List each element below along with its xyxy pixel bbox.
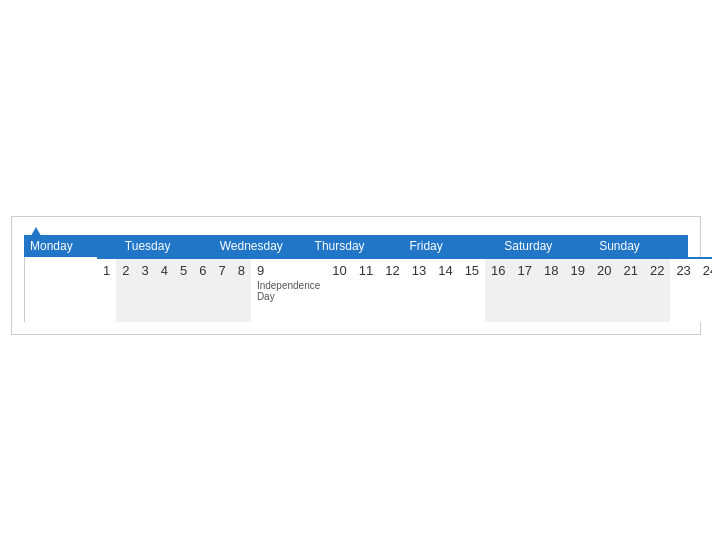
day-number: 17 (518, 263, 532, 278)
day-number: 20 (597, 263, 611, 278)
day-number: 13 (412, 263, 426, 278)
day-number: 9 (257, 263, 320, 278)
day-cell: 11 (353, 257, 379, 322)
day-event: Independence Day (257, 280, 320, 302)
calendar: MondayTuesdayWednesdayThursdayFridaySatu… (11, 216, 701, 335)
week-row-4: 16171819202122 (485, 257, 670, 322)
week-row-3: 9Independence Day101112131415 (251, 257, 485, 322)
logo (24, 227, 44, 241)
day-cell: 3 (135, 257, 154, 322)
day-cell: 15 (459, 257, 485, 322)
calendar-grid: 123456789Independence Day101112131415161… (24, 257, 688, 322)
logo-blue-text (24, 227, 44, 241)
week-row-1: 1 (25, 257, 116, 322)
day-number: 22 (650, 263, 664, 278)
week-row-2: 2345678 (116, 257, 251, 322)
day-number: 14 (438, 263, 452, 278)
day-cell: 2 (116, 257, 135, 322)
day-cell (85, 257, 97, 322)
day-cell: 5 (174, 257, 193, 322)
day-number: 19 (571, 263, 585, 278)
day-cell: 16 (485, 257, 511, 322)
day-number: 6 (199, 263, 206, 278)
logo-triangle-icon (28, 227, 44, 241)
day-cell: 13 (406, 257, 432, 322)
day-number: 21 (623, 263, 637, 278)
day-number: 8 (238, 263, 245, 278)
day-number: 7 (218, 263, 225, 278)
day-number: 1 (103, 263, 110, 278)
day-cell (73, 257, 85, 322)
day-cell: 8 (232, 257, 251, 322)
day-cell: 17 (512, 257, 538, 322)
day-cell: 12 (379, 257, 405, 322)
day-cell: 21 (617, 257, 643, 322)
day-number: 5 (180, 263, 187, 278)
day-cell: 20 (591, 257, 617, 322)
day-cell (37, 257, 49, 322)
week-row-5: 232425Christmas Day26Christmas Day272829 (670, 257, 712, 322)
day-header-wednesday: Wednesday (214, 235, 309, 257)
day-cell: 9Independence Day (251, 257, 326, 322)
day-cell: 7 (212, 257, 231, 322)
day-cell: 18 (538, 257, 564, 322)
day-number: 24 (703, 263, 712, 278)
day-number: 2 (122, 263, 129, 278)
day-number: 15 (465, 263, 479, 278)
day-header-saturday: Saturday (498, 235, 593, 257)
day-number: 4 (161, 263, 168, 278)
day-cell: 4 (155, 257, 174, 322)
day-number: 18 (544, 263, 558, 278)
day-cell: 23 (670, 257, 696, 322)
day-header-tuesday: Tuesday (119, 235, 214, 257)
day-cell: 19 (565, 257, 591, 322)
day-cell: 1 (97, 257, 116, 322)
day-cell: 10 (326, 257, 352, 322)
day-cell: 22 (644, 257, 670, 322)
day-number: 3 (141, 263, 148, 278)
day-cell (49, 257, 61, 322)
day-headers: MondayTuesdayWednesdayThursdayFridaySatu… (24, 235, 688, 257)
day-cell (25, 257, 37, 322)
day-number: 16 (491, 263, 505, 278)
day-header-friday: Friday (403, 235, 498, 257)
day-number: 11 (359, 263, 373, 278)
day-number: 23 (676, 263, 690, 278)
day-cell: 24 (697, 257, 712, 322)
day-header-sunday: Sunday (593, 235, 688, 257)
day-header-thursday: Thursday (309, 235, 404, 257)
day-cell: 14 (432, 257, 458, 322)
day-cell: 6 (193, 257, 212, 322)
day-number: 12 (385, 263, 399, 278)
day-cell (61, 257, 73, 322)
day-number: 10 (332, 263, 346, 278)
